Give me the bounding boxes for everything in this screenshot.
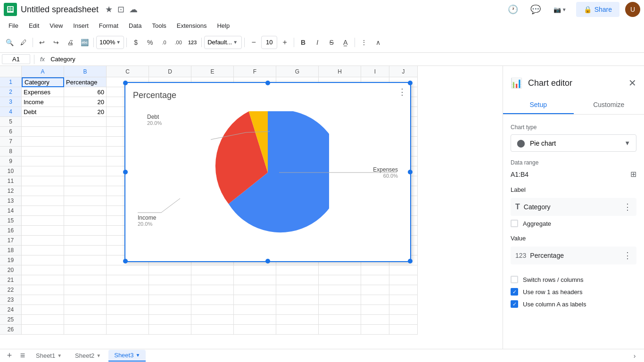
cell-row9-col1[interactable] <box>64 156 107 166</box>
font-size-input[interactable] <box>262 39 277 46</box>
cell-row15-col0[interactable] <box>22 216 64 226</box>
cell-row26-col5[interactable] <box>234 325 276 335</box>
cell-row22-col4[interactable] <box>191 285 234 295</box>
cell-row23-col4[interactable] <box>191 295 234 305</box>
cell-row12-col0[interactable] <box>22 186 64 196</box>
col-header-G[interactable]: G <box>276 66 319 77</box>
add-sheet-button[interactable]: + <box>4 350 15 362</box>
history-button[interactable]: 🕐 <box>504 1 521 18</box>
row-header-20[interactable]: 20 <box>0 265 22 275</box>
cell-row20-col1[interactable] <box>64 265 107 275</box>
chart-menu-button[interactable]: ⋮ <box>398 87 406 97</box>
cell-row23-col5[interactable] <box>234 295 276 305</box>
cell-row26-col4[interactable] <box>191 325 234 335</box>
cell-row24-col6[interactable] <box>276 305 319 315</box>
cell-row22-col6[interactable] <box>276 285 319 295</box>
search-button[interactable]: 🔍 <box>3 36 16 49</box>
menu-edit[interactable]: Edit <box>24 20 44 31</box>
cell-row23-narrow1[interactable] <box>389 295 418 305</box>
value-more-button[interactable]: ⋮ <box>623 250 632 261</box>
folder-icon[interactable]: ⊡ <box>117 4 124 15</box>
cell-row25-narrow1[interactable] <box>389 315 418 325</box>
cell-row24-col4[interactable] <box>191 305 234 315</box>
cell-row8-col0[interactable] <box>22 147 64 156</box>
sheet-tab-sheet3[interactable]: Sheet3 ▼ <box>108 350 146 362</box>
cell-row20-col0[interactable] <box>22 265 64 275</box>
row-header-5[interactable]: 5 <box>0 117 22 127</box>
cell-row20-narrow1[interactable] <box>389 265 418 275</box>
row-header-14[interactable]: 14 <box>0 206 22 216</box>
cell-A2[interactable]: Expenses <box>22 87 64 97</box>
cell-row22-col3[interactable] <box>149 285 191 295</box>
menu-view[interactable]: View <box>45 20 67 31</box>
cell-row24-narrow0[interactable] <box>361 305 389 315</box>
percent-button[interactable]: % <box>143 36 157 49</box>
cell-B1[interactable]: Percentage <box>64 77 107 87</box>
cell-row26-col2[interactable] <box>107 325 149 335</box>
row-header-19[interactable]: 19 <box>0 255 22 265</box>
cell-row24-col0[interactable] <box>22 305 64 315</box>
cell-row21-narrow1[interactable] <box>389 275 418 285</box>
italic-button[interactable]: I <box>311 36 324 49</box>
menu-tools[interactable]: Tools <box>147 20 171 31</box>
col-a-labels-checkbox[interactable] <box>511 300 518 308</box>
redo-button[interactable]: ↪ <box>50 36 63 49</box>
menu-insert[interactable]: Insert <box>68 20 93 31</box>
more-options-button[interactable]: ⋮ <box>357 36 371 49</box>
col-header-H[interactable]: H <box>319 66 361 77</box>
cell-row26-col1[interactable] <box>64 325 107 335</box>
row-header-7[interactable]: 7 <box>0 137 22 147</box>
cell-row23-col6[interactable] <box>276 295 319 305</box>
cell-row14-col0[interactable] <box>22 206 64 216</box>
row-header-8[interactable]: 8 <box>0 147 22 156</box>
bold-button[interactable]: B <box>297 36 310 49</box>
chart-overlay[interactable]: Percentage ⋮ <box>124 82 411 262</box>
cell-row21-col6[interactable] <box>276 275 319 285</box>
col-header-F[interactable]: F <box>234 66 276 77</box>
cell-row10-col1[interactable] <box>64 166 107 176</box>
cell-row26-narrow1[interactable] <box>389 325 418 335</box>
row-header-17[interactable]: 17 <box>0 236 22 246</box>
cell-row23-col1[interactable] <box>64 295 107 305</box>
cell-row10-col0[interactable] <box>22 166 64 176</box>
row-header-6[interactable]: 6 <box>0 127 22 137</box>
cell-row25-col0[interactable] <box>22 315 64 325</box>
tab-customize[interactable]: Customize <box>574 96 644 114</box>
formula-input[interactable] <box>49 55 642 64</box>
strikethrough-button[interactable]: S <box>325 36 338 49</box>
collapse-toolbar-button[interactable]: ∧ <box>372 36 385 49</box>
cell-row17-col0[interactable] <box>22 236 64 246</box>
cell-row20-col6[interactable] <box>276 265 319 275</box>
cell-row9-col0[interactable] <box>22 156 64 166</box>
col-header-D[interactable]: D <box>149 66 191 77</box>
cell-row7-col1[interactable] <box>64 137 107 147</box>
col-header-E[interactable]: E <box>191 66 234 77</box>
label-more-button[interactable]: ⋮ <box>623 202 632 212</box>
menu-data[interactable]: Data <box>124 20 146 31</box>
cell-row23-col3[interactable] <box>149 295 191 305</box>
cell-row20-col2[interactable] <box>107 265 149 275</box>
row-header-13[interactable]: 13 <box>0 196 22 206</box>
row-header-15[interactable]: 15 <box>0 216 22 226</box>
col-header-J[interactable]: J <box>389 66 418 77</box>
tab-setup[interactable]: Setup <box>503 96 574 114</box>
row-header-1[interactable]: 1 <box>0 77 22 87</box>
cell-row11-col0[interactable] <box>22 176 64 186</box>
cell-row25-narrow0[interactable] <box>361 315 389 325</box>
cell-row23-col0[interactable] <box>22 295 64 305</box>
col-header-C[interactable]: C <box>107 66 149 77</box>
cell-row24-col1[interactable] <box>64 305 107 315</box>
menu-format[interactable]: Format <box>94 20 123 31</box>
cell-row24-col5[interactable] <box>234 305 276 315</box>
cell-A4[interactable]: Debt <box>22 107 64 117</box>
cell-row14-col1[interactable] <box>64 206 107 216</box>
cell-A3[interactable]: Income <box>22 97 64 107</box>
cell-B4[interactable]: 20 <box>64 107 107 117</box>
sheet-tab-sheet1[interactable]: Sheet1 ▼ <box>30 350 67 361</box>
aggregate-checkbox[interactable] <box>511 220 518 227</box>
font-family-selector[interactable]: Default... ▼ <box>204 36 242 49</box>
font-size-dec-button[interactable]: − <box>247 36 260 49</box>
row-header-26[interactable]: 26 <box>0 325 22 335</box>
row-header-9[interactable]: 9 <box>0 156 22 166</box>
cell-row26-col6[interactable] <box>276 325 319 335</box>
